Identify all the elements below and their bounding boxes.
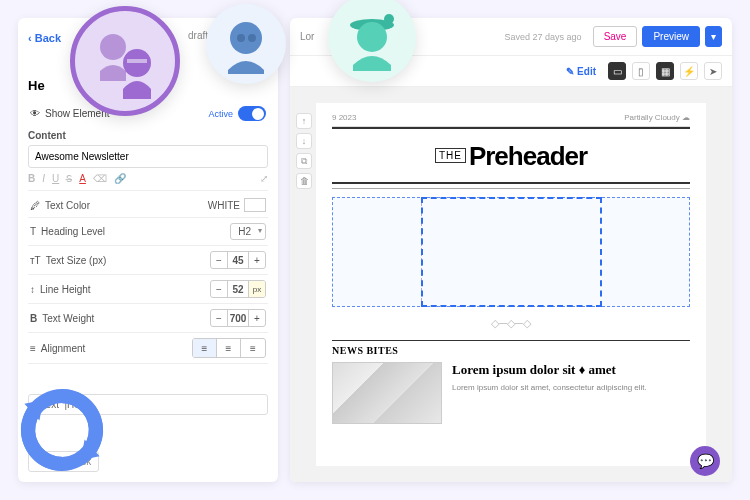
preview-dropdown-button[interactable]: ▾ — [705, 26, 722, 47]
bolt-icon[interactable]: ⚡ — [680, 62, 698, 80]
svg-point-5 — [248, 34, 256, 42]
content-input[interactable] — [28, 145, 268, 168]
link-icon[interactable]: 🔗 — [114, 173, 126, 184]
weather-label: Partially Cloudy ☁ — [624, 113, 690, 122]
text-color-value: WHITE — [208, 200, 240, 211]
eye-icon: 👁 — [30, 108, 40, 119]
align-right-button[interactable]: ≡ — [241, 339, 265, 357]
mobile-view-icon[interactable]: ▯ — [632, 62, 650, 80]
align-icon: ≡ — [30, 343, 36, 354]
svg-point-4 — [237, 34, 245, 42]
bold-icon[interactable]: B — [28, 173, 35, 184]
save-button[interactable]: Save — [593, 26, 638, 47]
line-height-stepper[interactable]: −52px — [210, 280, 266, 298]
text-color-label: Text Color — [45, 200, 90, 211]
masthead: THEPreheader — [332, 131, 690, 182]
saved-timestamp: Saved 27 days ago — [505, 32, 582, 42]
draft-badge: draft — [188, 30, 208, 41]
alignment-label: Alignment — [41, 343, 85, 354]
help-button[interactable]: 💬 — [690, 446, 720, 476]
avatar-teal — [328, 0, 416, 82]
heading-level-select[interactable]: H2 — [230, 223, 266, 240]
clear-icon[interactable]: ⌫ — [93, 173, 107, 184]
preview-panel: Lor Saved 27 days ago Save Preview ▾ ✎ E… — [290, 18, 732, 482]
move-up-icon[interactable]: ↑ — [296, 113, 312, 129]
section-heading: NEWS BITES — [332, 340, 690, 356]
underline-icon[interactable]: U — [52, 173, 59, 184]
article-body: Lorem ipsum dolor sit amet, consectetur … — [452, 382, 647, 393]
article-image — [332, 362, 442, 424]
grid-icon[interactable]: ▦ — [656, 62, 674, 80]
align-left-button[interactable]: ≡ — [193, 339, 217, 357]
text-size-stepper[interactable]: −45+ — [210, 251, 266, 269]
text-color-icon: 🖉 — [30, 200, 40, 211]
text-weight-label: Text Weight — [42, 313, 94, 324]
font-color-icon[interactable]: A — [79, 173, 86, 184]
block-tools: ↑ ↓ ⧉ 🗑 — [296, 113, 312, 189]
delete-icon[interactable]: 🗑 — [296, 173, 312, 189]
color-swatch[interactable] — [244, 198, 266, 212]
svg-point-3 — [230, 22, 262, 54]
desktop-view-icon[interactable]: ▭ — [608, 62, 626, 80]
italic-icon[interactable]: I — [42, 173, 45, 184]
heading-icon: T — [30, 226, 36, 237]
article-title: Lorem ipsum dolor sit ♦ amet — [452, 362, 647, 378]
layout-placeholder[interactable] — [332, 197, 690, 307]
svg-point-8 — [357, 22, 387, 52]
expand-icon[interactable]: ⤢ — [260, 173, 268, 184]
text-weight-stepper[interactable]: −700+ — [210, 309, 266, 327]
content-label: Content — [28, 130, 268, 141]
strike-icon[interactable]: S̶ — [66, 173, 72, 184]
align-center-button[interactable]: ≡ — [217, 339, 241, 357]
arrow-icon[interactable]: ➤ — [704, 62, 722, 80]
sync-icon — [12, 380, 112, 480]
copy-icon[interactable]: ⧉ — [296, 153, 312, 169]
line-height-label: Line Height — [40, 284, 91, 295]
date-label: 9 2023 — [332, 113, 356, 122]
svg-point-7 — [384, 14, 394, 24]
active-toggle[interactable] — [238, 106, 266, 121]
canvas: ↑ ↓ ⧉ 🗑 9 2023 Partially Cloudy ☁ THEPre… — [290, 87, 732, 482]
active-label: Active — [208, 109, 233, 119]
avatar-purple — [70, 6, 180, 116]
size-icon: тT — [30, 255, 41, 266]
lor-label: Lor — [300, 31, 314, 42]
ornament-icon: ◇─◇─◇ — [332, 317, 690, 330]
rich-text-toolbar: B I U S̶ A ⌫ 🔗 ⤢ — [28, 172, 268, 191]
preview-button[interactable]: Preview — [642, 26, 700, 47]
svg-point-0 — [100, 34, 126, 60]
avatar-blue — [206, 4, 286, 84]
svg-rect-2 — [127, 59, 147, 63]
back-button[interactable]: Back — [28, 32, 61, 44]
line-height-icon: ↕ — [30, 284, 35, 295]
text-size-label: Text Size (px) — [46, 255, 107, 266]
weight-icon: B — [30, 313, 37, 324]
alignment-group: ≡ ≡ ≡ — [192, 338, 266, 358]
newsletter-paper: 9 2023 Partially Cloudy ☁ THEPreheader ◇… — [316, 103, 706, 466]
move-down-icon[interactable]: ↓ — [296, 133, 312, 149]
show-element-label: 👁Show Element — [30, 108, 109, 119]
edit-link[interactable]: ✎ Edit — [566, 66, 596, 77]
heading-level-label: Heading Level — [41, 226, 105, 237]
